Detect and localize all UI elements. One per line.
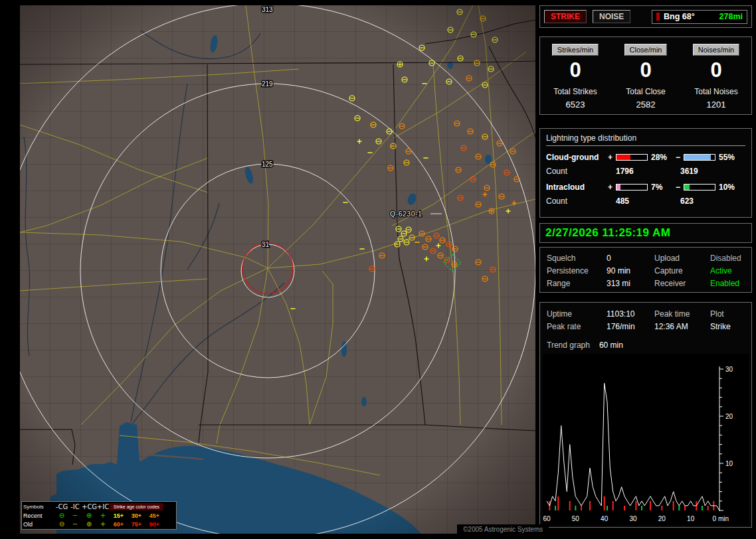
upload-label: Upload <box>654 254 710 263</box>
peak-rate-value: 176/min <box>607 322 654 331</box>
total-close-label: Total Close <box>611 87 680 96</box>
county-lines <box>20 5 535 534</box>
svg-text:20: 20 <box>658 515 666 522</box>
bearing-indicator-icon <box>656 13 660 21</box>
svg-text:20: 20 <box>725 413 733 420</box>
map-legend: Symbols -CG -IC +CG +IC Strike age color… <box>21 501 177 530</box>
cloud-ground-row: Cloud-ground + 28% − 55% <box>546 152 745 163</box>
datetime-display: 2/27/2026 11:25:19 AM <box>545 226 671 240</box>
legend-old-row: Old ⊖ − ⊕ + 60+ 75+ 90+ <box>23 520 175 528</box>
copyright-text: ©2005 Astrogenic Systems <box>457 524 549 534</box>
old-neg-cg-icon: ⊖ <box>55 521 68 528</box>
age-15: 15+ <box>110 512 128 519</box>
recent-pos-ic-icon: + <box>96 512 110 519</box>
svg-text:219: 219 <box>262 80 273 88</box>
svg-text:10: 10 <box>687 515 695 522</box>
cg-negative-count: 3619 <box>680 167 698 176</box>
capture-label: Capture <box>654 266 710 275</box>
ic-positive-count: 485 <box>616 196 680 206</box>
old-pos-cg-icon: ⊕ <box>82 521 96 528</box>
receiver-value: Enabled <box>710 279 745 288</box>
peak-rate-label: Peak rate <box>547 322 607 331</box>
trend-window-value: 60 min <box>599 341 623 350</box>
uptime-value: 1103:10 <box>607 309 654 319</box>
age-90: 90+ <box>145 521 163 528</box>
bearing-value: Bng 68° <box>664 12 695 21</box>
ic-negative-pct: 10% <box>717 183 741 192</box>
peak-time-label: Peak time <box>654 309 710 319</box>
cg-positive-pct: 28% <box>649 153 674 162</box>
total-strikes-label: Total Strikes <box>541 87 610 96</box>
trend-graph-label: Trend graph <box>547 341 590 350</box>
legend-col-neg-cg: -CG <box>55 504 68 510</box>
legend-col-neg-ic: -IC <box>68 504 82 510</box>
legend-col-pos-ic: +IC <box>96 504 110 510</box>
svg-text:50: 50 <box>572 515 580 522</box>
range-label: Range <box>547 279 607 288</box>
intracloud-label: Intracloud <box>546 183 606 192</box>
legend-age-header: Strike age color codes <box>110 503 163 510</box>
lightning-distribution-panel: Lightning type distribution Cloud-ground… <box>539 128 752 218</box>
upload-value: Disabled <box>710 254 745 263</box>
status-panel: Squelch 0 Upload Disabled Persistence 90… <box>539 247 752 293</box>
svg-text:313: 313 <box>262 6 273 13</box>
uptime-label: Uptime <box>547 309 607 319</box>
age-30: 30+ <box>128 512 145 519</box>
noises-per-min-value: 0 <box>682 60 751 80</box>
trend-graph-header: Trend graph 60 min <box>540 331 751 350</box>
bearing-distance: 278mi <box>719 12 743 21</box>
legend-old-label: Old <box>23 521 55 528</box>
svg-text:31: 31 <box>262 241 270 248</box>
minus-sign: − <box>674 153 682 162</box>
cg-negative-pct: 55% <box>717 153 741 162</box>
total-close-value: 2582 <box>611 100 680 110</box>
clock-panel: 2/27/2026 11:25:19 AM <box>539 223 752 243</box>
cloud-ground-label: Cloud-ground <box>546 153 606 162</box>
squelch-value: 0 <box>607 254 654 263</box>
noise-mode-button[interactable]: NOISE <box>593 10 630 23</box>
capture-value: Active <box>710 266 745 275</box>
recent-pos-cg-icon: ⊕ <box>82 512 96 519</box>
app-window: 31321912531 Q-6230-1 Symbols -CG -IC +CG… <box>0 0 756 539</box>
age-75: 75+ <box>128 521 145 528</box>
map-canvas[interactable]: 31321912531 Q-6230-1 <box>20 5 535 534</box>
age-45: 45+ <box>145 512 163 519</box>
intracloud-count-row: Count 485 623 <box>546 196 745 206</box>
ic-positive-bar <box>616 184 648 191</box>
range-value: 313 mi <box>607 279 654 288</box>
svg-text:125: 125 <box>262 161 273 168</box>
trend-graph-chart: 3020106050403020100 min <box>543 354 749 525</box>
intracloud-row: Intracloud + 7% − 10% <box>546 182 745 193</box>
plus-sign: + <box>606 183 614 192</box>
plot-label: Plot <box>710 309 745 319</box>
receiver-label: Receiver <box>654 279 710 288</box>
status-grid: Squelch 0 Upload Disabled Persistence 90… <box>540 248 751 294</box>
plot-value: Strike <box>710 322 745 331</box>
legend-header-row: Symbols -CG -IC +CG +IC Strike age color… <box>23 502 175 511</box>
svg-text:30: 30 <box>629 515 637 522</box>
peak-time-value: 12:36 AM <box>654 322 710 331</box>
cg-negative-bar <box>684 154 715 161</box>
noises-per-min-column: Noises/min 0 Total Noises 1201 <box>682 43 751 114</box>
minus-sign: − <box>674 183 682 192</box>
close-per-min-column: Close/min 0 Total Close 2582 <box>611 43 680 114</box>
old-pos-ic-icon: + <box>96 521 110 528</box>
ic-negative-count: 623 <box>680 196 694 206</box>
total-noises-label: Total Noises <box>682 87 751 96</box>
svg-text:30: 30 <box>725 366 733 373</box>
total-strikes-value: 6523 <box>541 100 610 110</box>
close-per-min-button[interactable]: Close/min <box>624 44 668 56</box>
legend-col-pos-cg: +CG <box>82 504 96 510</box>
distribution-title: Lightning type distribution <box>546 133 745 146</box>
svg-text:40: 40 <box>601 515 609 522</box>
noises-per-min-button[interactable]: Noises/min <box>693 44 739 56</box>
bearing-range-display[interactable]: Bng 68° 278mi <box>652 10 747 24</box>
uptime-grid: Uptime 1103:10 Peak time Plot Peak rate … <box>540 303 751 331</box>
strikes-per-min-button[interactable]: Strikes/min <box>552 44 599 56</box>
strikes-per-min-column: Strikes/min 0 Total Strikes 6523 <box>541 43 610 114</box>
strike-mode-button[interactable]: STRIKE <box>544 10 587 23</box>
legend-recent-row: Recent ⊖ − ⊕ + 15+ 30+ 45+ <box>23 511 175 520</box>
lightning-map[interactable]: 31321912531 Q-6230-1 Symbols -CG -IC +CG… <box>20 5 535 534</box>
ic-negative-bar <box>684 184 715 191</box>
svg-text:Q-6230-1: Q-6230-1 <box>390 210 422 218</box>
